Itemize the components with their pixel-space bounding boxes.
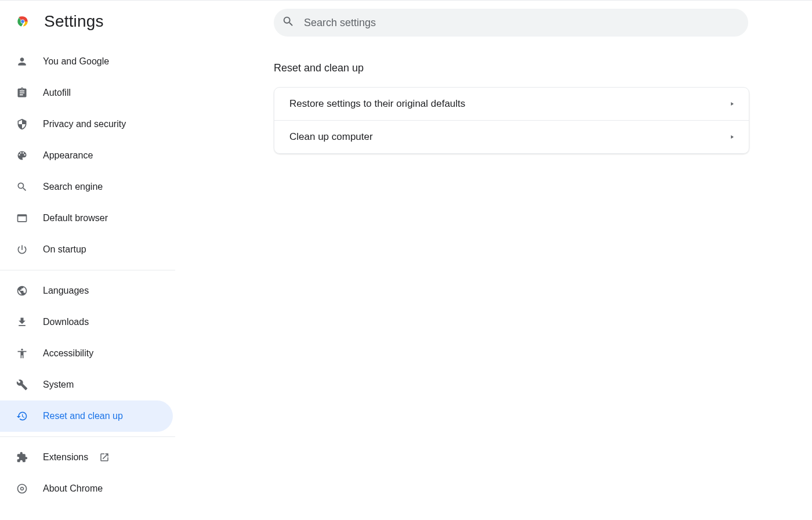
- power-icon: [16, 244, 28, 255]
- sidebar-item-reset-and-clean-up[interactable]: Reset and clean up: [0, 400, 173, 432]
- search-box[interactable]: [274, 9, 748, 37]
- sidebar-item-label: Privacy and security: [43, 119, 126, 129]
- sidebar-item-label: Extensions: [43, 452, 88, 463]
- chrome-outline-icon: [16, 483, 28, 494]
- chevron-right-icon: [729, 99, 735, 109]
- search-icon: [282, 15, 304, 30]
- sidebar-item-label: You and Google: [43, 56, 109, 67]
- settings-header: Settings: [0, 9, 175, 41]
- sidebar-item-appearance[interactable]: Appearance: [0, 140, 173, 171]
- chrome-logo-icon: [15, 14, 30, 29]
- chevron-right-icon: [729, 132, 735, 142]
- sidebar-item-label: Autofill: [43, 88, 71, 98]
- download-icon: [16, 316, 28, 328]
- sidebar-item-label: Default browser: [43, 213, 108, 223]
- sidebar: Settings You and GoogleAutofillPrivacy a…: [0, 1, 175, 520]
- main-area: Reset and clean up Restore settings to t…: [175, 1, 812, 520]
- puzzle-icon: [16, 452, 28, 463]
- globe-icon: [16, 285, 28, 297]
- section-title: Reset and clean up: [274, 62, 749, 74]
- sidebar-item-downloads[interactable]: Downloads: [0, 306, 173, 338]
- sidebar-item-autofill[interactable]: Autofill: [0, 77, 173, 109]
- clipboard-icon: [16, 87, 28, 99]
- palette-icon: [16, 150, 28, 161]
- sidebar-item-privacy-and-security[interactable]: Privacy and security: [0, 109, 173, 140]
- sidebar-item-label: Reset and clean up: [43, 411, 123, 421]
- sidebar-nav: You and GoogleAutofillPrivacy and securi…: [0, 41, 175, 504]
- sidebar-item-label: Downloads: [43, 317, 89, 327]
- svg-point-2: [21, 20, 24, 23]
- history-icon: [16, 410, 28, 422]
- sidebar-item-label: Search engine: [43, 182, 103, 192]
- list-item-label: Clean up computer: [289, 131, 373, 143]
- sidebar-item-label: Accessibility: [43, 348, 93, 359]
- sidebar-item-label: System: [43, 380, 74, 390]
- sidebar-item-label: About Chrome: [43, 483, 103, 494]
- sidebar-item-accessibility[interactable]: Accessibility: [0, 338, 173, 369]
- list-item-restore-defaults[interactable]: Restore settings to their original defau…: [274, 88, 749, 120]
- person-icon: [16, 56, 28, 67]
- sidebar-item-on-startup[interactable]: On startup: [0, 234, 173, 265]
- sidebar-item-extensions[interactable]: Extensions: [0, 442, 173, 473]
- sidebar-item-you-and-google[interactable]: You and Google: [0, 46, 173, 77]
- search-icon: [16, 181, 28, 193]
- sidebar-item-label: On startup: [43, 244, 86, 255]
- list-item-clean-up-computer[interactable]: Clean up computer: [274, 120, 749, 153]
- list-item-label: Restore settings to their original defau…: [289, 98, 465, 110]
- browser-icon: [16, 212, 28, 224]
- sidebar-item-search-engine[interactable]: Search engine: [0, 171, 173, 203]
- sidebar-item-label: Appearance: [43, 150, 93, 161]
- nav-divider: [0, 436, 175, 437]
- page-title: Settings: [44, 12, 104, 31]
- shield-icon: [16, 118, 28, 130]
- content-section: Reset and clean up Restore settings to t…: [274, 62, 749, 154]
- sidebar-item-system[interactable]: System: [0, 369, 173, 400]
- nav-divider: [0, 270, 175, 270]
- wrench-icon: [16, 379, 28, 391]
- open-in-new-icon: [99, 452, 110, 463]
- sidebar-item-label: Languages: [43, 286, 89, 296]
- sidebar-item-about-chrome[interactable]: About Chrome: [0, 473, 173, 504]
- sidebar-item-languages[interactable]: Languages: [0, 275, 173, 306]
- accessibility-icon: [16, 348, 28, 359]
- settings-card: Restore settings to their original defau…: [274, 87, 749, 154]
- sidebar-item-default-browser[interactable]: Default browser: [0, 203, 173, 234]
- search-input[interactable]: [304, 17, 740, 29]
